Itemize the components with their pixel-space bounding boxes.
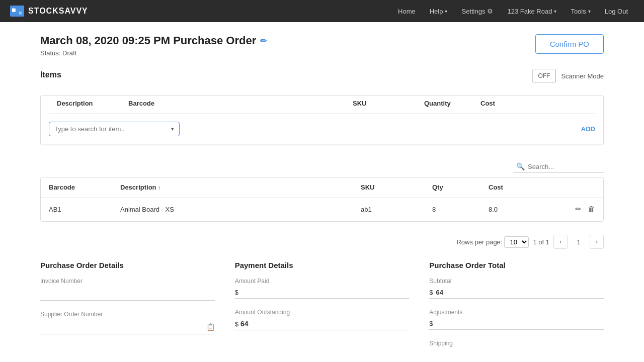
- page-header: March 08, 2020 09:25 PM Purchase Order ✏…: [40, 34, 604, 57]
- nav-home[interactable]: Home: [392, 5, 422, 18]
- search-bar-row: 🔍: [40, 155, 604, 173]
- dropdown-arrow-icon[interactable]: ▾: [171, 126, 174, 132]
- item-search-wrap[interactable]: ▾: [49, 122, 180, 136]
- invoice-number-input[interactable]: [40, 287, 215, 301]
- scanner-row: OFF Scanner Mode: [532, 69, 604, 83]
- subtotal-field: Subtotal $ 64: [429, 278, 604, 299]
- col-barcode: Barcode: [128, 100, 347, 107]
- table-search-input[interactable]: [528, 163, 601, 170]
- col-description: Description: [57, 100, 122, 107]
- po-total-section: Purchase Order Total Subtotal $ 64 Adjus…: [429, 261, 604, 357]
- adjustments-label: Adjustments: [429, 309, 604, 316]
- adjustments-row: $: [429, 318, 604, 330]
- items-section-label: Items: [40, 70, 61, 79]
- calendar-icon[interactable]: 📋: [206, 323, 215, 331]
- amount-paid-field: Amount Paid $: [235, 278, 410, 299]
- amount-paid-row: $: [235, 287, 410, 299]
- po-total-title: Purchase Order Total: [429, 261, 604, 269]
- amount-outstanding-label: Amount Outstanding: [235, 309, 410, 316]
- chevron-down-icon: ▾: [588, 9, 591, 14]
- item-search-input[interactable]: [54, 125, 171, 133]
- row-qty: 8: [432, 206, 482, 213]
- adjustments-field: Adjustments $: [429, 309, 604, 330]
- row-actions: ✏ 🗑: [555, 205, 595, 214]
- nav-tools[interactable]: Tools ▾: [565, 5, 596, 18]
- nav-logout[interactable]: Log Out: [599, 5, 634, 18]
- header-cost: Cost: [489, 184, 549, 191]
- supplier-order-input[interactable]: [40, 323, 206, 331]
- amount-outstanding-value: 64: [240, 320, 249, 328]
- nav-help[interactable]: Help ▾: [424, 5, 454, 18]
- scanner-toggle[interactable]: OFF: [532, 69, 556, 83]
- scanner-mode-label: Scanner Mode: [561, 72, 604, 80]
- gear-icon: ⚙: [487, 8, 493, 15]
- brand-name: STOCKSAVVY: [28, 7, 88, 16]
- brand-icon: [10, 6, 24, 17]
- row-sku: ab1: [361, 206, 426, 213]
- search-bar-wrap: 🔍: [513, 160, 604, 173]
- delete-row-icon[interactable]: 🗑: [588, 205, 595, 214]
- subtotal-row: $ 64: [429, 287, 604, 299]
- row-barcode: AB1: [49, 206, 114, 213]
- supplier-order-label: Supplier Order Number: [40, 311, 215, 318]
- shipping-label: Shipping: [429, 340, 604, 347]
- amount-outstanding-field: Amount Outstanding $ 64: [235, 309, 410, 330]
- supplier-order-field: Supplier Order Number 📋: [40, 311, 215, 334]
- page-info: 1 of 1: [533, 238, 549, 246]
- items-table-header: Description Barcode SKU Quantity Cost: [49, 100, 595, 114]
- prev-page-button[interactable]: ‹: [553, 235, 568, 249]
- subtotal-prefix: $: [429, 289, 433, 296]
- sort-icon: ↑: [158, 185, 161, 191]
- status-text: Status: Draft: [40, 49, 267, 57]
- main-content: March 08, 2020 09:25 PM Purchase Order ✏…: [20, 22, 624, 362]
- items-add-table: Description Barcode SKU Quantity Cost ▾ …: [40, 95, 604, 145]
- chevron-down-icon: ▾: [445, 9, 447, 14]
- amount-outstanding-prefix: $: [235, 320, 238, 328]
- add-item-button[interactable]: ADD: [555, 125, 595, 133]
- shipping-field: Shipping: [429, 340, 604, 347]
- row-description: Animal Board - XS: [120, 206, 355, 213]
- supplier-order-row: 📋: [40, 320, 215, 334]
- payment-details: Payment Details Amount Paid $ Amount Out…: [235, 261, 410, 357]
- sku-input[interactable]: [278, 123, 365, 135]
- edit-icon[interactable]: ✏: [260, 36, 267, 46]
- chevron-down-icon: ▾: [554, 9, 556, 14]
- next-page-button[interactable]: ›: [590, 235, 604, 249]
- purchase-order-details: Purchase Order Details Invoice Number Su…: [40, 261, 215, 357]
- quantity-input[interactable]: [370, 123, 457, 135]
- nav-links: Home Help ▾ Settings ⚙ 123 Fake Road ▾ T…: [392, 5, 634, 18]
- subtotal-label: Subtotal: [429, 278, 604, 285]
- data-table-header: Barcode Description ↑ SKU Qty Cost: [41, 177, 603, 198]
- header-sku: SKU: [361, 184, 426, 191]
- barcode-input[interactable]: [186, 123, 272, 135]
- header-barcode: Barcode: [49, 184, 114, 191]
- col-quantity: Quantity: [424, 100, 474, 107]
- nav-location[interactable]: 123 Fake Road ▾: [501, 5, 562, 18]
- amount-paid-input[interactable]: [240, 289, 409, 296]
- toggle-off-label: OFF: [533, 69, 555, 82]
- data-table: Barcode Description ↑ SKU Qty Cost AB1 A…: [40, 177, 604, 222]
- table-row: AB1 Animal Board - XS ab1 8 8.0 ✏ 🗑: [41, 198, 603, 221]
- items-add-row: ▾ ADD: [41, 114, 603, 145]
- current-page: 1: [572, 235, 586, 249]
- rows-per-page-label: Rows per page:: [456, 238, 502, 246]
- invoice-number-label: Invoice Number: [40, 278, 215, 285]
- rows-per-page-select[interactable]: 10 25 50: [504, 236, 529, 248]
- adjustments-prefix: $: [429, 320, 433, 327]
- amount-outstanding-row: $ 64: [235, 318, 410, 330]
- po-details-title: Purchase Order Details: [40, 261, 215, 269]
- adjustments-input[interactable]: [436, 320, 604, 327]
- cost-input[interactable]: [463, 123, 549, 135]
- subtotal-value: 64: [436, 289, 443, 296]
- nav-settings[interactable]: Settings ⚙: [455, 5, 499, 18]
- confirm-po-button[interactable]: Confirm PO: [535, 34, 604, 54]
- amount-paid-prefix: $: [235, 289, 238, 296]
- amount-paid-label: Amount Paid: [235, 278, 410, 285]
- header-description[interactable]: Description ↑: [120, 184, 355, 191]
- payment-details-title: Payment Details: [235, 261, 410, 269]
- edit-row-icon[interactable]: ✏: [575, 205, 582, 214]
- invoice-number-field: Invoice Number: [40, 278, 215, 301]
- brand-logo[interactable]: STOCKSAVVY: [10, 6, 88, 17]
- rows-per-page: Rows per page: 10 25 50: [456, 236, 529, 248]
- row-cost: 8.0: [489, 206, 549, 213]
